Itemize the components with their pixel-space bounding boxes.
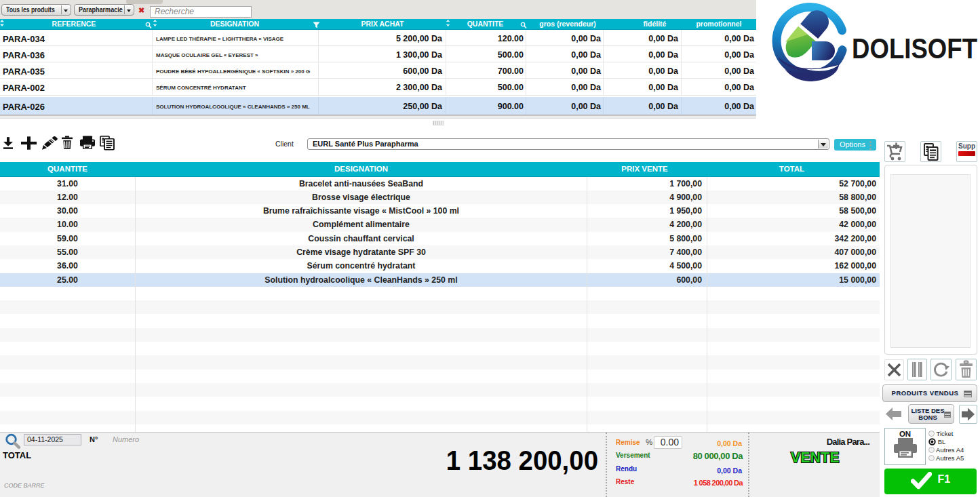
svg-text:VENTE: VENTE bbox=[791, 449, 840, 466]
svg-text:DOLISOFT: DOLISOFT bbox=[852, 33, 977, 64]
